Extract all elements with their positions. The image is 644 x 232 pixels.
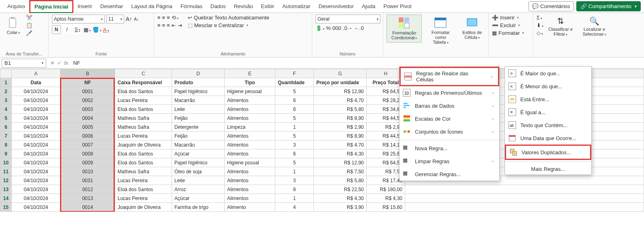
tab-inserir[interactable]: Inserir [73, 1, 96, 12]
cell[interactable] [405, 194, 644, 203]
enter-formula-button[interactable]: ✓ [57, 60, 62, 66]
tab-dados[interactable]: Dados [206, 1, 230, 12]
row-2[interactable]: 2 [0, 87, 12, 96]
cell[interactable]: R$ 4,70 [314, 96, 367, 105]
cell[interactable]: Matheus Safra [115, 123, 172, 132]
cell[interactable]: 04/10/2024 [12, 140, 60, 149]
tab-ajuda[interactable]: Ajuda [358, 1, 379, 12]
col-F[interactable]: F [275, 69, 314, 78]
menu-duplicate-values[interactable]: Valores Duplicados... [505, 145, 591, 160]
row-11[interactable]: 11 [0, 167, 12, 176]
row-5[interactable]: 5 [0, 114, 12, 123]
cell[interactable]: Alimentos [225, 167, 275, 176]
cell[interactable]: Lucas Pereira [115, 176, 172, 185]
cell[interactable]: Alimentos [225, 105, 275, 114]
cell[interactable]: 0031 [60, 176, 115, 185]
cell-styles-button[interactable]: Estilos de Célula [459, 15, 485, 42]
menu-manage-rules[interactable]: ▦ Gerenciar Regras... [399, 168, 499, 181]
cell[interactable]: Leite [172, 105, 225, 114]
cell[interactable]: R$ 8,90 [314, 114, 367, 123]
cell[interactable]: 4 [275, 203, 314, 212]
cell[interactable]: 04/10/2024 [12, 194, 60, 203]
cell[interactable]: Eloá dos Santos [115, 87, 172, 96]
conditional-formatting-button[interactable]: Formatação Condicional [386, 15, 422, 43]
row-13[interactable]: 13 [0, 185, 12, 194]
select-all-corner[interactable] [0, 69, 12, 78]
row-12[interactable]: 12 [0, 176, 12, 185]
cell[interactable]: Preço por unidade [314, 78, 367, 87]
cell[interactable]: R$ 2,90 [314, 123, 367, 132]
formula-input[interactable]: NF [71, 60, 644, 66]
cell[interactable]: Limpeza [225, 123, 275, 132]
cell[interactable]: Macarrão [172, 96, 225, 105]
cell[interactable]: Leite [172, 176, 225, 185]
cell[interactable]: Feijão [172, 132, 225, 140]
row-15[interactable]: 15 [0, 203, 12, 212]
sort-filter-button[interactable]: ⇅ Classificar e Filtrar [546, 15, 575, 38]
cell[interactable]: Matheus Safra [115, 167, 172, 176]
cell[interactable]: Eloá dos Santos [115, 149, 172, 158]
cell[interactable]: 0005 [60, 123, 115, 132]
cell[interactable]: Alimentos [225, 176, 275, 185]
increase-decimal-button[interactable]: .0→ [343, 25, 352, 31]
cell[interactable]: 04/10/2024 [12, 158, 60, 167]
row-3[interactable]: 3 [0, 96, 12, 105]
tab-layout[interactable]: Layout da Página [127, 1, 176, 12]
tab-exibir[interactable]: Exibir [257, 1, 279, 12]
cell[interactable]: 0006 [60, 132, 115, 140]
col-E[interactable]: E [225, 69, 275, 78]
borders-button[interactable]: ▦ [84, 27, 91, 33]
row-7[interactable]: 7 [0, 132, 12, 140]
cell[interactable]: Produto [172, 78, 225, 87]
menu-top-bottom-rules[interactable]: 10 Regras de Primeiros/Últimos › [399, 86, 499, 99]
cell[interactable]: Higiene pssoal [225, 158, 275, 167]
align-left-button[interactable]: ≡ [157, 22, 161, 28]
tab-arquivo[interactable]: Arquivo [3, 1, 29, 12]
cell[interactable]: R$ 22,50 [314, 185, 367, 194]
align-top-button[interactable]: ≡ [157, 15, 161, 21]
copy-button[interactable]: 📋 [26, 22, 32, 28]
menu-clear-rules[interactable]: ▦ Limpar Regras › [399, 155, 499, 168]
cell[interactable]: Joaquim de Oliveira [115, 140, 172, 149]
cell[interactable]: 04/10/2024 [12, 105, 60, 114]
cell[interactable]: Alimentos [225, 96, 275, 105]
cell[interactable]: Alimentos [225, 114, 275, 123]
spreadsheet-grid[interactable]: A B C D E F G H N 1 Data NF Caixa Respon… [0, 69, 644, 212]
cell[interactable]: 1 [275, 123, 314, 132]
col-B[interactable]: B [60, 69, 115, 78]
cell[interactable]: 0013 [60, 194, 115, 203]
paste-button[interactable]: Colar [3, 15, 24, 37]
cell[interactable]: 04/10/2024 [12, 132, 60, 140]
col-A[interactable]: A [12, 69, 60, 78]
number-format-select[interactable]: Geral▾ [316, 15, 380, 23]
tab-pagina-inicial[interactable]: Página Inicial [29, 0, 73, 13]
align-right-button[interactable]: ≡ [167, 22, 170, 28]
cell[interactable]: Arroz [172, 185, 225, 194]
cell[interactable]: Açúcar [172, 149, 225, 158]
menu-highlight-rules[interactable]: Regras de Realce das Células › [399, 67, 499, 86]
cell[interactable]: 04/10/2024 [12, 87, 60, 96]
cell[interactable]: R$ 12,90 [314, 87, 367, 96]
cell[interactable]: 3 [275, 176, 314, 185]
cell[interactable]: 0003 [60, 105, 115, 114]
cell[interactable]: Papel higiênico [172, 87, 225, 96]
cell[interactable]: Matheus Safra [115, 114, 172, 123]
menu-less-than[interactable]: < É Menor do que... [505, 80, 591, 93]
cell[interactable]: R$ 4,30 [367, 194, 405, 203]
col-D[interactable]: D [172, 69, 225, 78]
menu-icon-sets[interactable]: Conjuntos de Ícones › [399, 125, 499, 138]
font-name-select[interactable]: Aptos Narrow▾ [52, 15, 105, 23]
accounting-format-button[interactable]: 💲 [316, 25, 324, 31]
cell[interactable]: Alimentos [225, 185, 275, 194]
increase-font-button[interactable]: A↑ [126, 16, 132, 22]
cell[interactable]: 0012 [60, 185, 115, 194]
menu-more-rules[interactable]: Mais Regras... [505, 164, 591, 175]
name-box[interactable]: B1 ▾ [2, 59, 46, 68]
menu-between[interactable]: Está Entre... [505, 93, 591, 106]
cell[interactable]: 0009 [60, 158, 115, 167]
tab-automatizar[interactable]: Automatizar [278, 1, 314, 12]
format-cells-button[interactable]: ▦Formatar [492, 30, 524, 36]
cell[interactable]: 5 [275, 114, 314, 123]
align-center-button[interactable]: ≡ [162, 22, 165, 28]
comments-button[interactable]: 💬 Comentários [528, 1, 574, 11]
